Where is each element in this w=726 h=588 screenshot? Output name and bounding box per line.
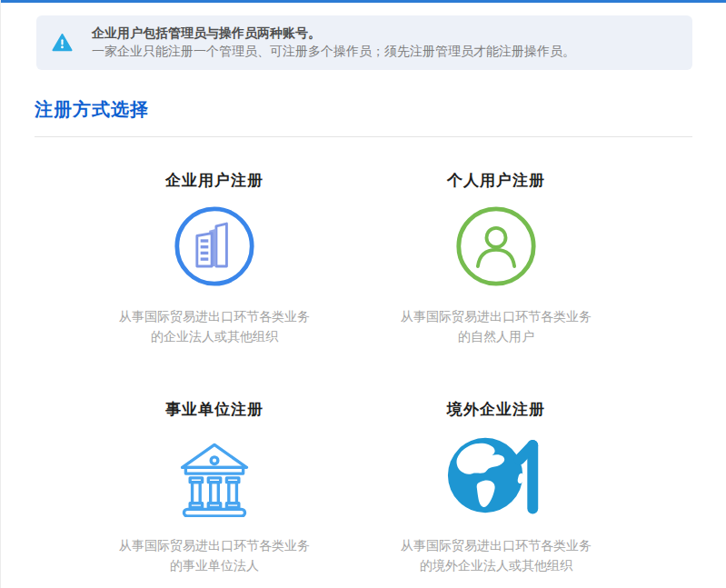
info-alert: 企业用户包括管理员与操作员两种账号。 一家企业只能注册一个管理员、可注册多个操作… bbox=[36, 15, 692, 70]
warning-triangle-icon bbox=[52, 33, 73, 54]
card-description: 从事国际贸易进出口环节各类业务 的自然人用户 bbox=[355, 306, 637, 346]
section-header: 注册方式选择 bbox=[35, 97, 692, 137]
card-title: 境外企业注册 bbox=[355, 401, 637, 419]
card-overseas-enterprise-registration[interactable]: 境外企业注册 从事国际贸易进出口环节各类业务 的境外企业法人或其他组织 bbox=[355, 401, 637, 575]
card-title: 企业用户注册 bbox=[74, 172, 355, 190]
card-description: 从事国际贸易进出口环节各类业务 的企业法人或其他组织 bbox=[74, 306, 355, 346]
card-public-institution-registration[interactable]: 事业单位注册 从事国际贸易进出口环节各类业务 的事业单位法人 bbox=[74, 401, 355, 575]
page-title: 注册方式选择 bbox=[35, 97, 692, 122]
registration-method-page: { "page": { "top_bar_color": "#2c7bd4", … bbox=[0, 0, 726, 588]
card-description: 从事国际贸易进出口环节各类业务 的境外企业法人或其他组织 bbox=[355, 535, 637, 575]
globe-arrow-icon bbox=[355, 434, 637, 517]
top-accent-bar bbox=[1, 0, 726, 3]
card-title: 个人用户注册 bbox=[355, 172, 637, 190]
card-individual-user-registration[interactable]: 个人用户注册 从事国际贸易进出口环节各类业务 的自然人用户 bbox=[355, 172, 637, 346]
person-icon bbox=[355, 204, 637, 288]
alert-body: 一家企业只能注册一个管理员、可注册多个操作员；须先注册管理员才能注册操作员。 bbox=[92, 42, 678, 61]
bank-icon bbox=[74, 434, 355, 517]
card-description: 从事国际贸易进出口环节各类业务 的事业单位法人 bbox=[74, 535, 355, 575]
alert-title: 企业用户包括管理员与操作员两种账号。 bbox=[92, 24, 678, 42]
registration-options-grid: 企业用户注册 从事国际贸易进出口环节各类业务 的企业法人或其他组织 个人用户注册 bbox=[74, 172, 637, 575]
enterprise-building-icon bbox=[74, 204, 355, 288]
card-title: 事业单位注册 bbox=[74, 401, 355, 419]
card-enterprise-user-registration[interactable]: 企业用户注册 从事国际贸易进出口环节各类业务 的企业法人或其他组织 bbox=[74, 172, 355, 346]
